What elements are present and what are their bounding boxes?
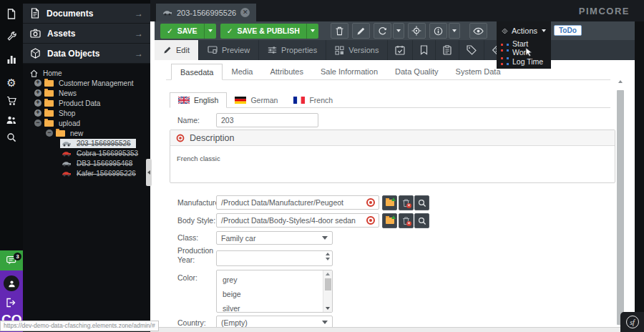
camera-icon <box>30 29 41 38</box>
tree-item-object-selected[interactable]: 203-1566995526 <box>23 138 150 148</box>
tab-properties[interactable]: Properties <box>259 40 326 60</box>
sidebar: Documents → Assets → Data Objects → Home… <box>23 0 150 332</box>
tab-attributes[interactable]: Attributes <box>261 64 311 80</box>
close-icon[interactable]: ✕ <box>240 8 250 17</box>
tree-item-folder[interactable]: + Product Data <box>23 98 150 108</box>
folder-open-icon <box>386 200 394 206</box>
symfony-profiler-button[interactable]: sf <box>620 312 644 332</box>
documents-icon[interactable] <box>0 4 23 23</box>
lang-tab-english[interactable]: English <box>170 92 227 108</box>
color-multiselect[interactable]: grey beige silver <box>216 270 333 313</box>
collapse-icon[interactable]: − <box>34 119 42 127</box>
tab-basedata[interactable]: Basedata <box>171 64 223 80</box>
color-option[interactable]: beige <box>217 287 332 301</box>
search-icon[interactable] <box>0 128 23 147</box>
production-year-spinner[interactable] <box>216 250 333 266</box>
scrollbar-thumb[interactable] <box>325 278 331 290</box>
localized-field-icon <box>177 134 185 142</box>
actions-dropdown-button[interactable]: Actions <box>497 21 551 40</box>
tab-sale-information[interactable]: Sale Information <box>312 64 386 80</box>
lang-tab-german[interactable]: German <box>227 92 286 108</box>
body-style-open-button[interactable] <box>382 213 397 228</box>
reload-button[interactable] <box>374 23 391 39</box>
save-dropdown-caret[interactable] <box>204 24 216 39</box>
tree-item-folder[interactable]: − upload <box>23 118 150 128</box>
body-style-search-button[interactable] <box>414 213 429 228</box>
manufacturer-input[interactable]: /Product Data/Manufacturer/Peugeot <box>216 195 379 210</box>
tab-preview[interactable]: Preview <box>199 40 259 60</box>
content-scrollbar[interactable] <box>615 80 627 329</box>
tree-item-folder[interactable]: + Shop <box>23 108 150 118</box>
spin-up-icon[interactable] <box>326 253 330 255</box>
rename-button[interactable] <box>352 23 370 39</box>
tools-icon[interactable] <box>0 27 23 46</box>
body-style-input[interactable]: /Product Data/Body-Styles/4-door sedan <box>216 213 379 228</box>
locate-in-tree-button[interactable] <box>408 23 426 39</box>
collapse-icon[interactable]: − <box>46 130 53 137</box>
save-publish-button[interactable]: ✓SAVE & PUBLISH <box>220 24 318 39</box>
notifications-button[interactable]: 3 <box>0 250 23 270</box>
lang-tab-french[interactable]: French <box>286 92 341 108</box>
sidebar-section-data-objects[interactable]: Data Objects → <box>23 44 150 64</box>
manufacturer-remove-button[interactable]: ✕ <box>399 195 414 210</box>
tab-versions[interactable]: Versions <box>326 40 388 60</box>
body-style-remove-button[interactable]: ✕ <box>399 213 414 228</box>
settings-icon[interactable]: ⚙ <box>0 73 23 92</box>
listbox-scrollbar[interactable] <box>323 270 332 312</box>
tree-item-object[interactable]: Kafer-1566995226 <box>23 168 150 178</box>
tree-item-folder[interactable]: − new <box>23 128 150 138</box>
tab-notes-events[interactable] <box>436 40 459 60</box>
tree-item-folder[interactable]: + News <box>23 88 150 98</box>
reload-dropdown-caret[interactable] <box>393 23 404 39</box>
scroll-up-icon[interactable] <box>618 80 623 83</box>
description-text[interactable]: French classic <box>170 146 615 171</box>
viewport-right-edge <box>635 21 644 332</box>
open-object-tab[interactable]: 203-1566995526 ✕ <box>156 4 256 21</box>
class-select[interactable]: Family car <box>216 231 333 245</box>
tab-media[interactable]: Media <box>223 64 261 80</box>
delete-button[interactable] <box>331 23 348 39</box>
expand-icon[interactable]: + <box>34 99 42 107</box>
spin-down-icon[interactable] <box>326 258 330 260</box>
manufacturer-search-button[interactable] <box>414 195 429 210</box>
expand-icon[interactable]: + <box>34 89 42 97</box>
scroll-down-icon[interactable] <box>326 307 330 310</box>
color-option[interactable]: grey <box>217 273 332 287</box>
info-dropdown-caret[interactable] <box>449 23 460 39</box>
ecommerce-cart-icon[interactable] <box>0 92 23 110</box>
tab-tags[interactable] <box>459 40 484 60</box>
scrollbar-thumb[interactable] <box>617 90 624 325</box>
user-avatar[interactable] <box>4 275 19 291</box>
tree-item-home[interactable]: Home <box>23 68 150 78</box>
tab-data-quality[interactable]: Data Quality <box>386 64 447 80</box>
german-flag-icon <box>235 97 246 104</box>
menu-item-log-time[interactable]: Log Time <box>497 54 551 68</box>
sidebar-section-documents[interactable]: Documents → <box>23 4 150 24</box>
tab-bookmark[interactable] <box>413 40 436 60</box>
info-button[interactable] <box>429 23 447 39</box>
save-publish-dropdown-caret[interactable] <box>306 24 318 39</box>
open-preview-button[interactable] <box>469 23 487 39</box>
save-button[interactable]: ✓SAVE <box>160 24 216 39</box>
tree-item-object[interactable]: DB3-1566995468 <box>23 158 150 168</box>
users-icon[interactable] <box>0 110 23 129</box>
logout-icon[interactable] <box>6 298 16 308</box>
tab-edit[interactable]: Edit <box>155 40 199 60</box>
sidebar-collapse-handle[interactable] <box>146 159 152 186</box>
manufacturer-open-button[interactable] <box>382 195 397 210</box>
scroll-up-icon[interactable] <box>326 273 330 275</box>
car-grey-icon <box>162 9 172 16</box>
tree-item-object[interactable]: Cobra-1566995353 <box>23 148 150 158</box>
description-panel-title: Description <box>190 133 235 143</box>
sidebar-section-assets[interactable]: Assets → <box>23 24 150 44</box>
menu-item-start-work[interactable]: Start Work <box>497 41 551 54</box>
remove-x-icon: ✕ <box>406 221 411 226</box>
color-option[interactable]: silver <box>217 301 332 313</box>
expand-icon[interactable]: + <box>34 79 42 87</box>
expand-icon[interactable]: + <box>34 109 42 117</box>
tab-scheduled-tasks[interactable] <box>388 40 413 60</box>
tree-item-folder[interactable]: + Customer Management <box>23 78 150 88</box>
reports-icon[interactable] <box>0 50 23 69</box>
pimcore-admin: ⚙ 3 CO Documents → <box>0 0 644 332</box>
name-input[interactable]: 203 <box>216 113 318 127</box>
